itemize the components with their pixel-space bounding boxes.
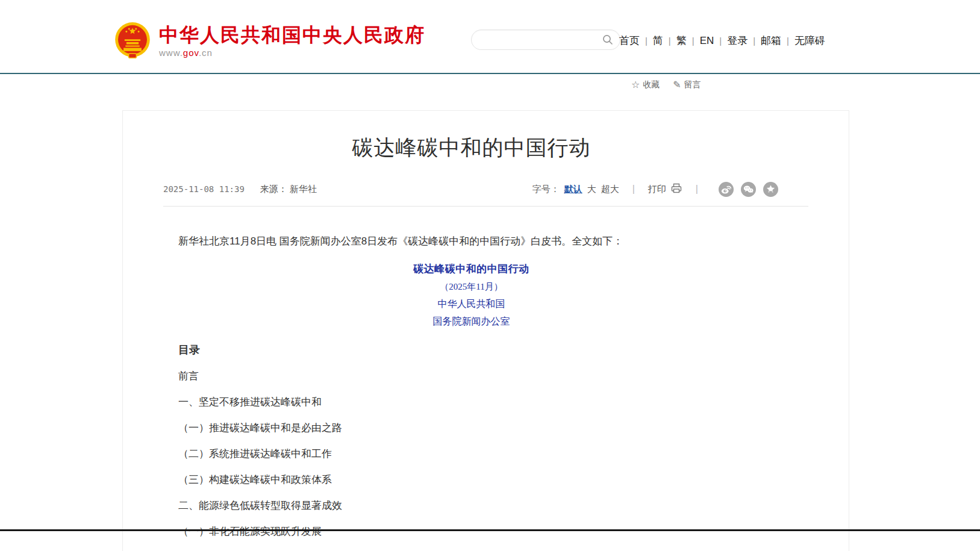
- toc-item-1: 一、坚定不移推进碳达峰碳中和: [178, 395, 764, 409]
- meta-divider: [163, 206, 808, 207]
- article-meta-left: 2025-11-08 11:39 来源： 新华社: [163, 184, 317, 195]
- comment-link[interactable]: ✎ 留言: [673, 79, 701, 90]
- nav-mail[interactable]: 邮箱: [761, 34, 781, 48]
- source-name: 新华社: [290, 184, 317, 194]
- toc-item-1-2: （二）系统推进碳达峰碳中和工作: [178, 447, 764, 461]
- page-actions: ☆ 收藏 ✎ 留言: [631, 79, 701, 90]
- bottom-border: [0, 529, 980, 531]
- toc-item-1-3: （三）构建碳达峰碳中和政策体系: [178, 473, 764, 487]
- article-body: 新华社北京11月8日电 国务院新闻办公室8日发布《碳达峰碳中和的中国行动》白皮书…: [163, 234, 808, 539]
- nav-separator: |: [753, 36, 755, 46]
- search-input[interactable]: [472, 35, 602, 45]
- site-logo-group[interactable]: 中华人民共和国中央人民政府 www.gov.cn: [113, 22, 425, 60]
- meta-separator: |: [632, 184, 635, 195]
- search-icon[interactable]: [602, 33, 620, 46]
- article-source: 来源： 新华社: [260, 184, 317, 195]
- nav-accessibility[interactable]: 无障碍: [794, 34, 825, 48]
- printer-icon: [670, 182, 682, 196]
- article-meta-controls: 字号： 默认 大 超大 | 打印: [532, 182, 808, 197]
- comment-label: 留言: [684, 79, 701, 90]
- toc-item-2: 二、能源绿色低碳转型取得显著成效: [178, 499, 764, 513]
- star-icon: ☆: [631, 79, 640, 90]
- national-emblem-icon: [113, 22, 152, 60]
- share-wechat-icon[interactable]: [741, 182, 756, 197]
- search-box[interactable]: [471, 30, 620, 50]
- top-nav: 首页 | 简 | 繁 | EN | 登录 | 邮箱 | 无障碍: [619, 34, 825, 48]
- toc-item-preface: 前言: [178, 369, 764, 384]
- nav-separator: |: [787, 36, 789, 46]
- article-card: 碳达峰碳中和的中国行动 2025-11-08 11:39 来源： 新华社 字号：…: [122, 110, 849, 551]
- font-size-xlarge[interactable]: 超大: [601, 184, 619, 195]
- share-weibo-icon[interactable]: [719, 182, 734, 197]
- print-label: 打印: [648, 184, 666, 195]
- meta-separator: |: [696, 184, 698, 195]
- page: 中华人民共和国中央人民政府 www.gov.cn 首页 | 简 | 繁 | EN…: [0, 0, 980, 551]
- favorite-label: 收藏: [643, 79, 660, 90]
- site-header: 中华人民共和国中央人民政府 www.gov.cn 首页 | 简 | 繁 | EN…: [0, 0, 980, 72]
- nav-separator: |: [692, 36, 694, 46]
- site-title: 中华人民共和国中央人民政府: [159, 24, 425, 46]
- header-divider: [0, 73, 980, 74]
- logo-text: 中华人民共和国中央人民政府 www.gov.cn: [159, 22, 425, 58]
- intro-paragraph: 新华社北京11月8日电 国务院新闻办公室8日发布《碳达峰碳中和的中国行动》白皮书…: [178, 234, 764, 249]
- doc-date: （2025年11月）: [178, 279, 764, 294]
- nav-separator: |: [645, 36, 648, 46]
- toc-heading: 目录: [178, 342, 764, 358]
- article-title: 碳达峰碳中和的中国行动: [178, 134, 764, 161]
- nav-home[interactable]: 首页: [619, 34, 640, 48]
- nav-english[interactable]: EN: [700, 35, 714, 47]
- pencil-icon: ✎: [673, 79, 681, 90]
- doc-title: 碳达峰碳中和的中国行动: [178, 262, 764, 276]
- share-qzone-star-icon[interactable]: [763, 182, 778, 197]
- nav-traditional[interactable]: 繁: [676, 34, 687, 48]
- print-button[interactable]: 打印: [648, 182, 682, 196]
- nav-login[interactable]: 登录: [727, 34, 747, 48]
- nav-separator: |: [719, 36, 722, 46]
- favorite-link[interactable]: ☆ 收藏: [631, 79, 660, 90]
- site-url: www.gov.cn: [159, 48, 425, 58]
- publish-date: 2025-11-08 11:39: [163, 184, 245, 194]
- doc-author-line-1: 中华人民共和国: [178, 297, 764, 311]
- toc-item-2-1: （一）非化石能源实现跃升发展: [178, 525, 764, 539]
- font-size-default[interactable]: 默认: [564, 184, 582, 195]
- nav-simplified[interactable]: 简: [653, 34, 663, 48]
- toc-item-1-1: （一）推进碳达峰碳中和是必由之路: [178, 421, 764, 435]
- nav-separator: |: [669, 36, 671, 46]
- font-size-label: 字号：: [532, 184, 560, 195]
- doc-author-line-2: 国务院新闻办公室: [178, 314, 764, 329]
- font-size-large[interactable]: 大: [587, 184, 596, 195]
- article-meta-row: 2025-11-08 11:39 来源： 新华社 字号： 默认 大 超大 | 打…: [163, 182, 808, 196]
